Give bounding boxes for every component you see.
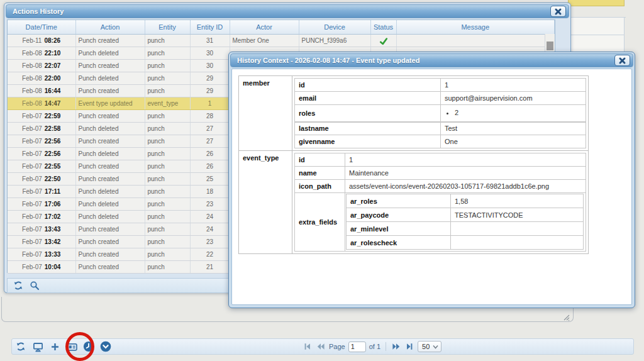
cell-action: Punch deleted xyxy=(75,197,145,210)
cell-message xyxy=(396,34,555,47)
column-header[interactable]: Status xyxy=(370,20,396,34)
cell-datetime: Feb-0822:00 xyxy=(8,72,75,84)
cell-entity: punch xyxy=(145,197,190,210)
cell-entity-id: 30 xyxy=(190,59,230,72)
pager-separator xyxy=(386,342,386,351)
event-type-section: event_type id1 nameMaintenance icon_path… xyxy=(239,151,589,254)
close-icon xyxy=(618,57,626,65)
cell-datetime: Feb-0713:33 xyxy=(8,248,75,260)
cell-datetime: Feb-0717:11 xyxy=(8,185,75,197)
cell-datetime: Feb-0722:58 xyxy=(8,122,75,135)
column-header[interactable]: Actor xyxy=(230,20,299,34)
table-row[interactable]: Feb-1108:26 Punch created punch 31 Membe… xyxy=(8,34,555,47)
cell-datetime: Feb-0722:55 xyxy=(8,160,75,172)
search-button[interactable] xyxy=(29,280,40,291)
cell-entity-id: 27 xyxy=(190,135,230,147)
cell-datetime: Feb-1108:26 xyxy=(8,34,75,47)
background-highlight-cell xyxy=(568,0,625,6)
window-titlebar[interactable]: Actions History xyxy=(6,4,569,18)
modal-titlebar[interactable]: History Context - 2026-02-08 14:47 - Eve… xyxy=(230,53,633,67)
column-header[interactable]: Device xyxy=(299,20,370,34)
cell-entity: event_type xyxy=(145,97,190,109)
first-page-button[interactable] xyxy=(303,342,313,352)
column-header[interactable]: Entity xyxy=(145,20,190,34)
close-icon xyxy=(554,8,562,16)
chevron-down-circle-icon xyxy=(100,341,111,352)
member-table: id1 emailsupport@airsupervision.com role… xyxy=(294,78,586,148)
last-page-icon xyxy=(405,342,414,351)
cell-entity: punch xyxy=(145,248,190,260)
cell-action: Event type updated xyxy=(75,97,145,109)
cell-entity-id: 23 xyxy=(190,235,230,248)
section-label-member: member xyxy=(239,76,292,151)
page-size-select[interactable]: 50 xyxy=(418,341,441,352)
grid-header-row: Date/Time Action Entity Entity ID Actor … xyxy=(8,20,555,34)
cell-action: Punch created xyxy=(75,235,145,248)
cell-action: Punch created xyxy=(75,84,145,97)
context-property-table: member id1 emailsupport@airsupervision.c… xyxy=(238,75,589,254)
cell-action: Punch created xyxy=(75,160,145,172)
cell-entity-id: 26 xyxy=(190,160,230,172)
cell-action: Punch created xyxy=(75,34,145,47)
cell-datetime: Feb-0722:50 xyxy=(8,172,75,185)
cell-entity: punch xyxy=(145,135,190,147)
cell-status xyxy=(370,34,396,47)
refresh-button[interactable] xyxy=(14,340,27,353)
cell-action: Punch deleted xyxy=(75,72,145,84)
last-page-button[interactable] xyxy=(404,342,414,352)
next-page-icon xyxy=(392,342,401,351)
refresh-icon xyxy=(13,280,23,291)
modal-close-button[interactable] xyxy=(614,55,630,66)
cell-action: Punch created xyxy=(75,135,145,147)
extra-fields-table: ar_roles1,58 ar_paycodeTESTACTIVITYCODE … xyxy=(346,194,584,250)
cell-action: Punch deleted xyxy=(75,47,145,59)
section-label-event-type: event_type xyxy=(239,151,292,254)
add-button[interactable] xyxy=(48,340,61,353)
column-header[interactable]: Date/Time xyxy=(8,20,75,34)
expand-button[interactable] xyxy=(99,340,112,353)
cell-datetime: Feb-0717:02 xyxy=(8,210,75,223)
refresh-button[interactable] xyxy=(13,280,24,291)
cell-datetime: Feb-0722:56 xyxy=(8,147,75,160)
first-page-icon xyxy=(303,342,312,351)
cell-device: PUNCH_f399a6 xyxy=(299,34,370,47)
pagination-bar: Page of 1 50 xyxy=(303,339,441,354)
cell-action: Punch created xyxy=(75,172,145,185)
status-check-icon xyxy=(374,37,394,45)
page-label: Page xyxy=(329,343,345,350)
member-section: member id1 emailsupport@airsupervision.c… xyxy=(239,76,589,151)
scrollbar-thumb[interactable] xyxy=(547,42,553,50)
prev-page-icon xyxy=(316,342,325,351)
column-header[interactable]: Entity ID xyxy=(190,20,230,34)
cell-datetime: Feb-0713:43 xyxy=(8,223,75,235)
cell-action: Punch created xyxy=(75,223,145,235)
cell-entity: punch xyxy=(145,147,190,160)
cell-action: Punch created xyxy=(75,248,145,260)
window-title: Actions History xyxy=(6,5,569,18)
next-page-button[interactable] xyxy=(391,342,401,352)
cell-entity: punch xyxy=(145,260,190,273)
chevron-down-icon xyxy=(433,345,438,349)
cell-entity-id: 23 xyxy=(190,197,230,210)
window-close-button[interactable] xyxy=(550,6,566,17)
page-number-input[interactable] xyxy=(348,342,366,352)
cell-action: Punch created xyxy=(75,260,145,273)
search-icon xyxy=(30,280,40,291)
cell-entity-id: 18 xyxy=(190,185,230,197)
cell-datetime: Feb-0816:44 xyxy=(8,84,75,97)
cell-action: Punch deleted xyxy=(75,185,145,197)
refresh-icon xyxy=(16,342,26,352)
column-header[interactable]: Action xyxy=(75,20,145,34)
column-header[interactable]: Message xyxy=(396,20,555,34)
cell-datetime: Feb-0814:47 xyxy=(8,97,75,109)
prev-page-button[interactable] xyxy=(316,342,326,352)
monitor-button[interactable] xyxy=(31,340,44,353)
annotation-red-circle xyxy=(65,332,94,361)
cell-entity: punch xyxy=(145,160,190,172)
cell-action: Punch deleted xyxy=(75,210,145,223)
resize-grip-icon[interactable] xyxy=(563,314,570,321)
cell-action: Punch created xyxy=(75,109,145,122)
cell-entity: punch xyxy=(145,185,190,197)
event-type-table: id1 nameMaintenance icon_pathassets/even… xyxy=(294,153,586,252)
cell-entity-id: 25 xyxy=(190,172,230,185)
